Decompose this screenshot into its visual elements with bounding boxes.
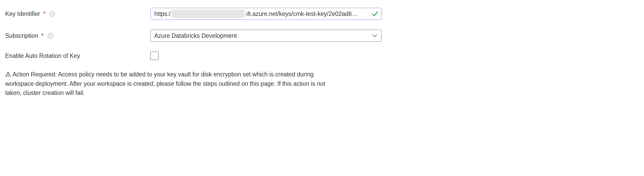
required-asterisk: * bbox=[43, 10, 46, 17]
subscription-input-col: Azure Databricks Development bbox=[150, 30, 381, 42]
info-icon[interactable]: i bbox=[49, 11, 55, 17]
auto-rotation-row: Enable Auto Rotation of Key bbox=[5, 52, 639, 60]
auto-rotation-checkbox[interactable] bbox=[150, 52, 159, 60]
warning-icon bbox=[5, 71, 11, 77]
auto-rotation-label: Enable Auto Rotation of Key bbox=[5, 52, 80, 59]
key-identifier-label-group: Key Identifier * i bbox=[5, 10, 150, 17]
subscription-label: Subscription bbox=[5, 32, 38, 39]
key-identifier-input-col: https:/ ılt.azure.net/keys/cmk-test-key/… bbox=[150, 8, 381, 20]
auto-rotation-label-group: Enable Auto Rotation of Key bbox=[5, 52, 150, 59]
key-identifier-row: Key Identifier * i https:/ ılt.azure.net… bbox=[5, 8, 639, 20]
auto-rotation-input-col bbox=[150, 52, 381, 60]
required-asterisk: * bbox=[41, 32, 44, 39]
warning-text: Action Required: Access policy needs to … bbox=[5, 71, 325, 96]
svg-point-0 bbox=[8, 75, 8, 76]
subscription-selected-value: Azure Databricks Development bbox=[154, 32, 237, 39]
key-identifier-masked bbox=[172, 10, 245, 18]
subscription-select[interactable]: Azure Databricks Development bbox=[150, 30, 381, 42]
key-identifier-input[interactable]: https:/ ılt.azure.net/keys/cmk-test-key/… bbox=[150, 8, 381, 20]
subscription-row: Subscription * i Azure Databricks Develo… bbox=[5, 30, 639, 42]
checkmark-icon bbox=[371, 10, 379, 17]
warning-message: Action Required: Access policy needs to … bbox=[5, 70, 325, 98]
info-icon[interactable]: i bbox=[47, 33, 54, 39]
key-identifier-label: Key Identifier bbox=[5, 10, 40, 17]
chevron-down-icon bbox=[372, 33, 378, 39]
key-identifier-value-prefix: https:/ bbox=[154, 10, 171, 17]
subscription-label-group: Subscription * i bbox=[5, 32, 150, 39]
key-identifier-value-suffix: ılt.azure.net/keys/cmk-test-key/2e02ad6… bbox=[246, 10, 369, 17]
